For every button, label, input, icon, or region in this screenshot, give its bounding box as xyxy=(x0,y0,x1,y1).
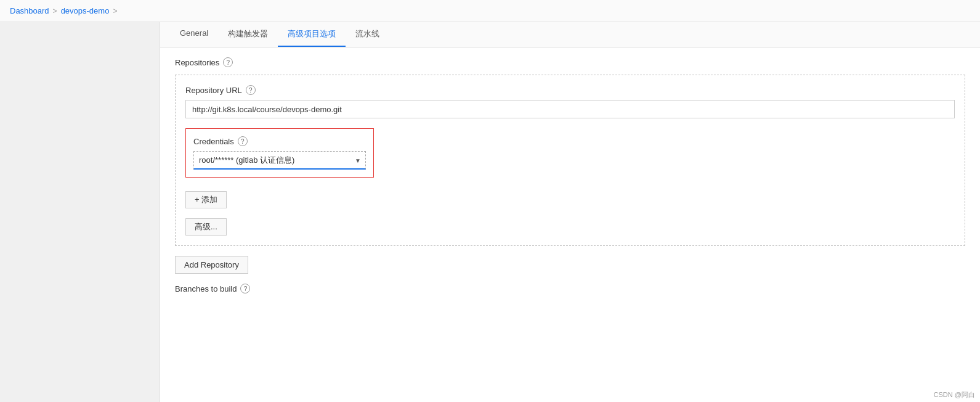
content-area: General 构建触发器 高级项目选项 流水线 Repositories ? … xyxy=(160,22,980,402)
repositories-help-icon[interactable]: ? xyxy=(223,57,233,67)
repositories-container: Repository URL ? Credentials ? root/****… xyxy=(175,75,965,246)
branches-label: Branches to build xyxy=(175,284,237,293)
main-layout: General 构建触发器 高级项目选项 流水线 Repositories ? … xyxy=(0,22,980,402)
credentials-label-row: Credentials ? xyxy=(193,136,366,146)
tab-general[interactable]: General xyxy=(170,22,218,47)
advanced-button[interactable]: 高级... xyxy=(185,218,227,236)
breadcrumb-sep-2: > xyxy=(113,7,117,15)
repo-url-input[interactable] xyxy=(185,100,955,118)
repositories-label: Repositories xyxy=(175,58,219,67)
credentials-section: Credentials ? root/****** (gitlab 认证信息) … xyxy=(185,128,374,178)
tab-advanced-options[interactable]: 高级项目选项 xyxy=(278,22,346,47)
content-inner: Repositories ? Repository URL ? Credenti… xyxy=(160,47,980,316)
watermark: CSDN @阿白 xyxy=(934,390,975,400)
tab-build-triggers[interactable]: 构建触发器 xyxy=(218,22,278,47)
add-credentials-button[interactable]: + 添加 xyxy=(185,191,227,208)
credentials-label: Credentials xyxy=(193,137,234,146)
repo-url-help-icon[interactable]: ? xyxy=(246,85,256,95)
credentials-help-icon[interactable]: ? xyxy=(238,136,248,146)
tab-pipeline[interactable]: 流水线 xyxy=(346,22,389,47)
breadcrumb-dashboard[interactable]: Dashboard xyxy=(10,6,49,15)
tabs-bar: General 构建触发器 高级项目选项 流水线 xyxy=(160,22,980,47)
breadcrumb-bar: Dashboard > devops-demo > xyxy=(0,0,980,22)
breadcrumb-sep-1: > xyxy=(53,7,57,15)
repo-url-label: Repository URL xyxy=(185,86,242,95)
add-repository-button[interactable]: Add Repository xyxy=(175,256,248,274)
left-sidebar xyxy=(0,22,160,402)
branches-section: Branches to build ? xyxy=(175,284,965,306)
branches-header: Branches to build ? xyxy=(175,284,965,293)
credentials-select[interactable]: root/****** (gitlab 认证信息) xyxy=(193,151,366,170)
breadcrumb-devops-demo[interactable]: devops-demo xyxy=(61,6,110,15)
branches-help-icon[interactable]: ? xyxy=(240,284,250,293)
repositories-header: Repositories ? xyxy=(175,57,965,67)
repo-url-label-row: Repository URL ? xyxy=(185,85,955,95)
